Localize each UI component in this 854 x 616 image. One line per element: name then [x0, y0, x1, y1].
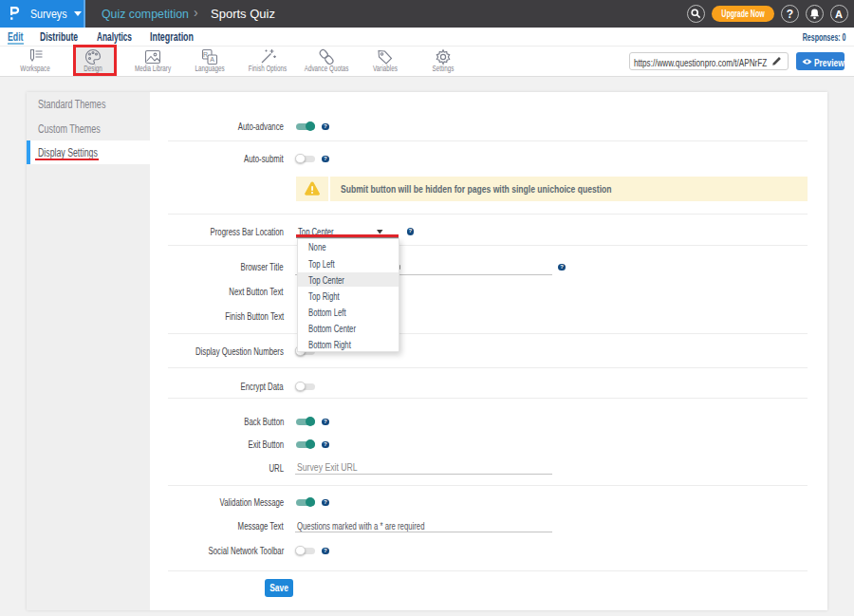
svg-text:A: A — [210, 56, 214, 63]
svg-text:R: R — [203, 51, 208, 58]
